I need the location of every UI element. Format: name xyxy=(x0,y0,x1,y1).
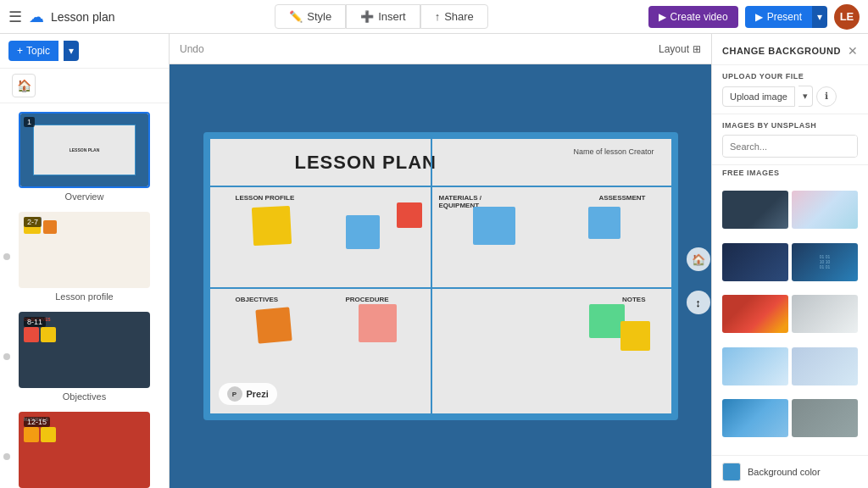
canvas-area: Undo Layout ⊞ LESSON PLAN Name of lesson… xyxy=(170,34,711,488)
sticky-red-1 xyxy=(397,202,422,228)
sticky-blue-3 xyxy=(588,207,620,239)
menu-icon[interactable]: ☰ xyxy=(8,8,22,26)
grid-icon: ⊞ xyxy=(693,43,701,55)
objectives-label: OBJECTIVES xyxy=(236,296,279,303)
style-icon: ✏️ xyxy=(289,10,303,23)
present-group: ▶ Present ▾ xyxy=(745,6,827,28)
topbar-right: ▶ Create video ▶ Present ▾ LE xyxy=(648,4,860,30)
prezi-logo: P xyxy=(227,386,242,402)
slide-num-2: 2-7 xyxy=(24,217,42,227)
upload-row: Upload image ▾ ℹ xyxy=(722,86,858,107)
slide-title: LESSON PLAN xyxy=(295,152,437,174)
slide-thumb-lesson: 2-7 xyxy=(19,212,150,288)
sidebar-toolbar: + Topic ▾ xyxy=(0,34,169,69)
share-button[interactable]: ↑ Share xyxy=(420,4,488,29)
unsplash-section-title: IMAGES BY UNSPLASH xyxy=(722,121,858,130)
upload-section-title: UPLOAD YOUR FILE xyxy=(722,72,858,80)
nav-home-button[interactable]: 🏠 xyxy=(687,247,710,271)
dot-indicator-3 xyxy=(3,453,10,460)
slide-creator: Name of lesson Creator xyxy=(573,147,654,156)
bg-color-label: Background color xyxy=(748,467,821,477)
slide-inner: LESSON PLAN Name of lesson Creator LESSO… xyxy=(210,139,671,413)
present-dropdown-button[interactable]: ▾ xyxy=(812,6,827,28)
slide-thumb-materials: MATERIALS 12-15 xyxy=(19,412,150,488)
image-thumb-6[interactable] xyxy=(792,295,858,333)
slide-item-lesson-profile[interactable]: 2-7 Lesson profile xyxy=(0,207,169,307)
upload-image-button[interactable]: Upload image xyxy=(722,86,795,107)
nav-scroll-button[interactable]: ↕ xyxy=(687,291,710,314)
bg-color-swatch[interactable] xyxy=(722,463,741,481)
add-topic-button[interactable]: + Topic xyxy=(8,41,58,61)
image-thumb-7[interactable] xyxy=(722,347,788,385)
slide-list: LESSON PLAN 1 Overview 2-7 Lesson xyxy=(0,103,169,488)
slide-thumb-overview: LESSON PLAN 1 xyxy=(19,112,150,188)
layout-button[interactable]: Layout ⊞ xyxy=(659,43,701,55)
canvas-toolbar: Undo Layout ⊞ xyxy=(170,34,711,64)
unsplash-section: IMAGES BY UNSPLASH 🔍 xyxy=(712,114,868,165)
vline xyxy=(431,139,432,413)
share-icon: ↑ xyxy=(435,10,441,23)
info-button[interactable]: ℹ xyxy=(816,86,837,107)
image-thumb-10[interactable] xyxy=(792,399,858,437)
close-panel-button[interactable]: ✕ xyxy=(848,44,858,58)
play-icon: ▶ xyxy=(755,11,763,23)
image-thumb-5[interactable] xyxy=(722,295,788,333)
image-thumb-8[interactable] xyxy=(792,347,858,385)
app-title: Lesson plan xyxy=(51,10,115,24)
dot-indicator xyxy=(3,253,10,260)
slide-item-overview[interactable]: LESSON PLAN 1 Overview xyxy=(0,107,169,207)
sticky-orange-1 xyxy=(255,307,292,343)
hline-2 xyxy=(210,287,671,289)
search-input[interactable] xyxy=(723,137,854,156)
create-video-button[interactable]: ▶ Create video xyxy=(648,6,738,28)
panel-header: CHANGE BACKGROUND ✕ xyxy=(712,34,868,65)
upload-section: UPLOAD YOUR FILE Upload image ▾ ℹ xyxy=(712,65,868,114)
hline-1 xyxy=(210,186,671,187)
slide-item-objectives[interactable]: OBJECTIVES 8-11 Objectives xyxy=(0,307,169,407)
canvas-slide[interactable]: LESSON PLAN Name of lesson Creator LESSO… xyxy=(170,64,711,488)
image-thumb-2[interactable] xyxy=(792,191,858,229)
topbar-center: ✏️ Style ➕ Insert ↑ Share xyxy=(275,4,488,29)
sidebar: + Topic ▾ 🏠 LESSON PLAN 1 Overview xyxy=(0,34,170,488)
plus-icon: + xyxy=(17,45,23,57)
assessment-label: ASSESSMENT xyxy=(598,194,645,202)
image-thumb-3[interactable] xyxy=(722,243,788,281)
home-button[interactable]: 🏠 xyxy=(12,74,36,97)
slide-label-objectives: Objectives xyxy=(63,391,106,402)
undo-button[interactable]: Undo xyxy=(180,43,204,55)
sticky-green-1 xyxy=(589,304,625,338)
insert-icon: ➕ xyxy=(360,10,374,23)
slide-item-materials[interactable]: MATERIALS 12-15 Materials / equipment xyxy=(0,407,169,488)
slide-container: LESSON PLAN Name of lesson Creator LESSO… xyxy=(203,132,678,420)
topbar: ☰ ☁ Lesson plan ✏️ Style ➕ Insert ↑ Shar… xyxy=(0,0,868,34)
slide-frame: LESSON PLAN Name of lesson Creator LESSO… xyxy=(203,132,678,420)
slide-num-1: 1 xyxy=(24,117,35,127)
slide-thumb-objectives: OBJECTIVES 8-11 xyxy=(19,312,150,388)
search-button[interactable]: 🔍 xyxy=(854,136,858,157)
avatar: LE xyxy=(834,4,860,30)
upload-caret-button[interactable]: ▾ xyxy=(798,86,813,107)
procedure-label: PROCEDURE xyxy=(346,296,389,303)
main-area: + Topic ▾ 🏠 LESSON PLAN 1 Overview xyxy=(0,34,868,488)
right-panel: CHANGE BACKGROUND ✕ UPLOAD YOUR FILE Upl… xyxy=(711,34,868,488)
image-thumb-9[interactable] xyxy=(722,399,788,437)
slide-label-overview: Overview xyxy=(65,191,104,202)
sticky-blue-2 xyxy=(473,207,515,245)
image-thumb-1[interactable] xyxy=(722,191,788,229)
dot-indicator-2 xyxy=(3,353,10,360)
lesson-profile-label: LESSON PROFILE xyxy=(236,194,295,202)
image-thumb-4[interactable]: 01 01 10 10 01 01 xyxy=(792,243,858,281)
sticky-blue-1 xyxy=(346,215,380,249)
add-topic-caret-button[interactable]: ▾ xyxy=(64,41,79,61)
slide-num-4: 12-15 xyxy=(24,417,50,427)
video-icon: ▶ xyxy=(659,11,666,23)
slide-label-lesson: Lesson profile xyxy=(55,291,114,302)
insert-button[interactable]: ➕ Insert xyxy=(346,4,420,29)
style-button[interactable]: ✏️ Style xyxy=(275,4,346,29)
sticky-yellow-1 xyxy=(251,206,291,246)
search-row: 🔍 xyxy=(722,135,858,158)
sticky-yellow-2 xyxy=(620,321,650,351)
prezi-watermark: P Prezi xyxy=(219,383,277,405)
present-button[interactable]: ▶ Present xyxy=(745,6,812,28)
free-images-label: FREE IMAGES xyxy=(712,165,868,184)
